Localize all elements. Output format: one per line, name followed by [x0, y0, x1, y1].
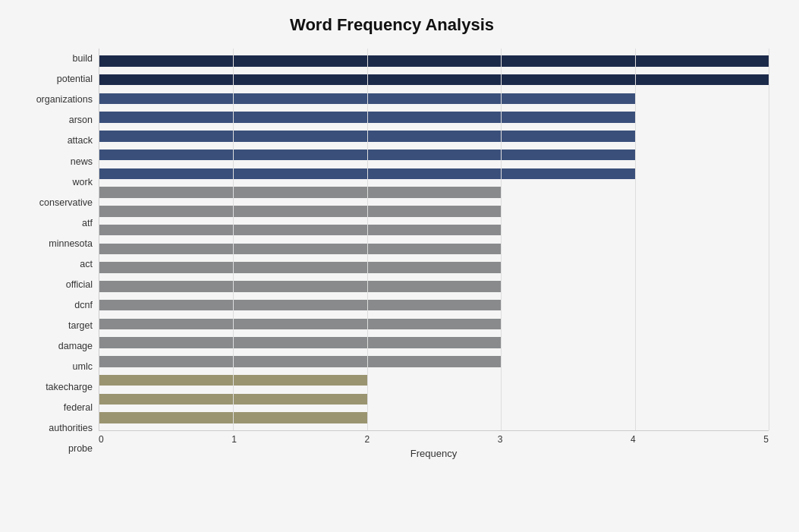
- chart-area: buildpotentialorganizationsarsonattackne…: [15, 49, 769, 459]
- x-tick: 1: [231, 434, 237, 445]
- bar: [99, 187, 501, 198]
- grid-line: [635, 49, 636, 430]
- x-tick: 4: [631, 434, 636, 445]
- bar-row: [99, 333, 769, 352]
- y-label: arson: [69, 115, 93, 125]
- chart-title: Word Frequency Analysis: [15, 15, 769, 35]
- y-label: atf: [82, 219, 93, 228]
- bar-row: [99, 296, 769, 315]
- bar-row: [99, 408, 769, 427]
- bar: [99, 74, 769, 86]
- bar: [99, 300, 501, 311]
- bar-row: [99, 315, 769, 334]
- y-label: official: [66, 280, 93, 290]
- y-label: target: [68, 321, 93, 331]
- y-label: federal: [64, 403, 93, 413]
- bar-row: [99, 165, 769, 184]
- bar-row: [99, 202, 769, 221]
- y-label: act: [80, 260, 93, 269]
- y-label: damage: [58, 342, 93, 351]
- grid-line: [367, 49, 368, 430]
- bar-row: [99, 258, 769, 277]
- chart-container: Word Frequency Analysis buildpotentialor…: [0, 0, 799, 532]
- bar-row: [99, 221, 769, 240]
- y-label: attack: [68, 136, 93, 146]
- bar: [99, 281, 501, 292]
- bar-row: [99, 108, 769, 127]
- bar-row: [99, 146, 769, 165]
- bar-row: [99, 71, 769, 90]
- x-tick: 5: [763, 434, 769, 445]
- bar-row: [99, 240, 769, 259]
- bar-row: [99, 352, 769, 371]
- bar: [99, 55, 769, 67]
- y-label: conservative: [39, 198, 93, 208]
- grid-line: [769, 49, 769, 430]
- bar-row: [99, 277, 769, 296]
- x-tick: 3: [498, 434, 503, 445]
- y-label: authorities: [49, 423, 93, 433]
- grid-line: [233, 49, 234, 430]
- y-label: dcnf: [74, 301, 93, 310]
- bar: [99, 244, 501, 255]
- bar: [99, 206, 501, 217]
- y-label: work: [73, 178, 93, 187]
- y-label: build: [73, 54, 93, 64]
- y-label: news: [71, 157, 93, 167]
- y-axis-labels: buildpotentialorganizationsarsonattackne…: [15, 49, 99, 459]
- y-label: organizations: [36, 95, 93, 105]
- x-axis: 012345: [99, 431, 769, 445]
- bars-wrapper: [99, 49, 769, 430]
- bar: [99, 319, 501, 330]
- grid-line: [501, 49, 502, 430]
- bar-row: [99, 390, 769, 409]
- y-label: umlc: [73, 362, 93, 372]
- x-tick: 2: [365, 434, 370, 445]
- bar-row: [99, 52, 769, 71]
- bars-and-x: 012345 Frequency: [99, 49, 769, 459]
- x-tick: 0: [99, 434, 104, 445]
- y-label: takecharge: [46, 382, 93, 392]
- bar-row: [99, 90, 769, 109]
- bar: [99, 337, 501, 348]
- bars-area: [99, 49, 769, 431]
- bar: [99, 356, 501, 367]
- bar: [99, 225, 501, 236]
- bar-row: [99, 127, 769, 146]
- bar: [99, 262, 501, 273]
- y-label: minnesota: [49, 239, 93, 249]
- y-label: potential: [57, 74, 93, 84]
- y-label: probe: [68, 444, 93, 454]
- bar-row: [99, 183, 769, 202]
- x-axis-label: Frequency: [99, 448, 769, 459]
- bar-row: [99, 371, 769, 390]
